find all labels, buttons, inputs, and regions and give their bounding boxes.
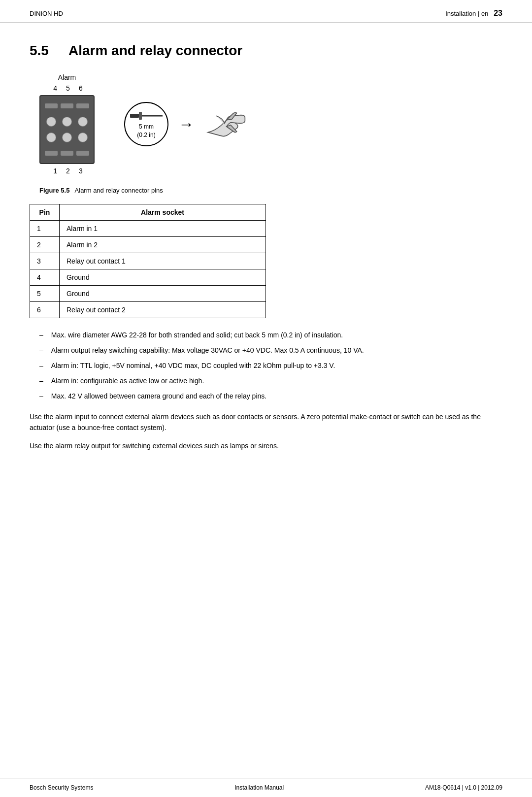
pin-top-4: 4	[53, 84, 57, 92]
page-container: DINION HD Installation | en 23 5.5 Alarm…	[0, 0, 532, 797]
pin-numbers-top: 4 5 6	[51, 84, 82, 92]
section-heading: 5.5 Alarm and relay connector	[30, 43, 502, 59]
table-row: 6Relay out contact 2	[30, 302, 266, 318]
table-cell-pin: 3	[30, 253, 60, 269]
footer-left: Bosch Security Systems	[30, 784, 93, 791]
wire-size-circle: 5 mm (0.2 in)	[124, 102, 168, 146]
svg-rect-1	[139, 112, 142, 120]
table-cell-pin: 6	[30, 302, 60, 318]
table-row: 4Ground	[30, 269, 266, 286]
pliers-svg	[204, 109, 253, 139]
section-title: Alarm and relay connector	[68, 43, 242, 59]
body-paragraph: Use the alarm relay output for switching…	[30, 440, 502, 451]
pin-bar	[61, 103, 73, 108]
connector-body	[39, 95, 95, 164]
footer-right: AM18-Q0614 | v1.0 | 2012.09	[425, 784, 502, 791]
bullet-dash-icon: –	[39, 391, 43, 401]
table-header-socket: Alarm socket	[60, 204, 266, 221]
table-cell-socket: Ground	[60, 269, 266, 286]
table-cell-pin: 2	[30, 237, 60, 253]
pin-bar	[76, 151, 89, 156]
pin-circle-3	[78, 117, 88, 127]
list-item: –Max. wire diameter AWG 22-28 for both s…	[39, 330, 502, 340]
table-cell-pin: 1	[30, 221, 60, 237]
bullet-dash-icon: –	[39, 376, 43, 386]
bullet-text: Max. wire diameter AWG 22-28 for both st…	[51, 330, 502, 340]
pin-bottom-2: 2	[66, 167, 70, 175]
alarm-label: Alarm	[58, 73, 76, 81]
table-row: 2Alarm in 2	[30, 237, 266, 253]
pin-bar	[45, 103, 58, 108]
table-row: 5Ground	[30, 286, 266, 302]
arrow-right-icon: →	[178, 115, 194, 133]
page-footer: Bosch Security Systems Installation Manu…	[0, 778, 532, 797]
table-row: 1Alarm in 1	[30, 221, 266, 237]
table-header-row: Pin Alarm socket	[30, 204, 266, 221]
table-cell-socket: Relay out contact 1	[60, 253, 266, 269]
pin-bar	[61, 151, 73, 156]
body-paragraph: Use the alarm input to connect external …	[30, 411, 502, 433]
main-content: 5.5 Alarm and relay connector Alarm 4 5 …	[0, 23, 532, 778]
pin-numbers-bottom: 1 2 3	[51, 167, 82, 175]
table-cell-socket: Relay out contact 2	[60, 302, 266, 318]
table-cell-pin: 5	[30, 286, 60, 302]
pin-bottom-3: 3	[79, 167, 83, 175]
bullet-text: Alarm in: configurable as active low or …	[51, 376, 502, 386]
pin-table: Pin Alarm socket 1Alarm in 12Alarm in 23…	[30, 204, 266, 318]
header-right-label: Installation | en	[445, 10, 488, 17]
header-right: Installation | en 23	[445, 9, 502, 18]
bullet-dash-icon: –	[39, 361, 43, 371]
figure-label: Figure 5.5	[39, 187, 71, 194]
figure-caption: Figure 5.5 Alarm and relay connector pin…	[30, 187, 502, 194]
bullet-text: Alarm in: TTL logic, +5V nominal, +40 VD…	[51, 361, 502, 371]
pin-circle-1	[46, 117, 56, 127]
pin-circle-4	[46, 133, 56, 142]
page-number: 23	[494, 9, 502, 17]
paragraphs-container: Use the alarm input to connect external …	[30, 411, 502, 451]
list-item: –Alarm in: configurable as active low or…	[39, 376, 502, 386]
pin-bar	[76, 103, 89, 108]
table-row: 3Relay out contact 1	[30, 253, 266, 269]
pin-circle-6	[78, 133, 88, 142]
pin-top-6: 6	[79, 84, 83, 92]
connector-diagram: Alarm 4 5 6	[39, 73, 95, 175]
wire-size-text: 5 mm (0.2 in)	[137, 123, 155, 139]
table-cell-socket: Alarm in 1	[60, 221, 266, 237]
diagram-area: Alarm 4 5 6	[30, 73, 502, 175]
pin-bottom-1: 1	[53, 167, 57, 175]
wire-diagram: 5 mm (0.2 in) →	[124, 102, 253, 146]
table-header-pin: Pin	[30, 204, 60, 221]
bullet-dash-icon: –	[39, 330, 43, 340]
bullet-text: Max. 42 V allowed between camera ground …	[51, 391, 502, 401]
list-item: –Max. 42 V allowed between camera ground…	[39, 391, 502, 401]
pin-circle-5	[62, 133, 72, 142]
bullet-list: –Max. wire diameter AWG 22-28 for both s…	[30, 330, 502, 401]
section-number: 5.5	[30, 43, 49, 59]
table-cell-socket: Alarm in 2	[60, 237, 266, 253]
bullet-text: Alarm output relay switching capability:…	[51, 345, 502, 356]
list-item: –Alarm output relay switching capability…	[39, 345, 502, 356]
figure-caption-text: Alarm and relay connector pins	[75, 187, 163, 194]
page-header: DINION HD Installation | en 23	[0, 0, 532, 23]
table-cell-pin: 4	[30, 269, 60, 286]
pin-top-5: 5	[66, 84, 70, 92]
pin-bar	[45, 151, 58, 156]
header-left: DINION HD	[30, 10, 63, 17]
pin-circle-2	[62, 117, 72, 127]
list-item: –Alarm in: TTL logic, +5V nominal, +40 V…	[39, 361, 502, 371]
table-cell-socket: Ground	[60, 286, 266, 302]
bullet-dash-icon: –	[39, 345, 43, 356]
wire-plug-svg	[129, 109, 164, 123]
footer-center: Installation Manual	[234, 784, 284, 791]
